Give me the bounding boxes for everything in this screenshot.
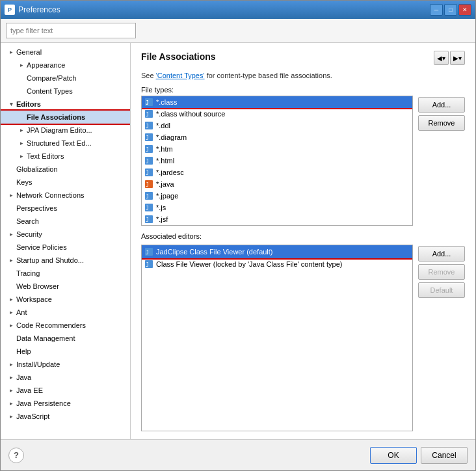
sidebar-item-label: Compare/Patch bbox=[27, 74, 76, 82]
cancel-button[interactable]: Cancel bbox=[421, 447, 468, 464]
svg-text:J: J bbox=[146, 124, 149, 129]
table-row[interactable]: J *.jardesc bbox=[142, 167, 412, 178]
arrow-icon: ▸ bbox=[6, 190, 16, 200]
default-editor-button[interactable]: Default bbox=[418, 282, 465, 298]
svg-text:J: J bbox=[146, 250, 149, 256]
table-row[interactable]: J *.html bbox=[142, 155, 412, 167]
file-type-icon: J bbox=[144, 98, 153, 107]
file-type-icon: J bbox=[144, 215, 153, 224]
file-type-name: *.java bbox=[156, 180, 174, 188]
sidebar-item-label: Tracing bbox=[16, 269, 40, 277]
main-content: ▸ General ▸ Appearance Compare/Patch Con… bbox=[1, 43, 475, 439]
arrow-icon: ▸ bbox=[6, 411, 16, 422]
sidebar-item-help[interactable]: Help bbox=[1, 345, 130, 358]
ok-button[interactable]: OK bbox=[370, 447, 417, 464]
arrow-icon bbox=[6, 242, 16, 252]
forward-button[interactable]: ▶▾ bbox=[450, 51, 465, 65]
sidebar-item-label: Keys bbox=[16, 178, 32, 186]
minimize-button[interactable]: ─ bbox=[430, 4, 443, 16]
sidebar-item-startup-shutdown[interactable]: ▸ Startup and Shutdo... bbox=[1, 254, 130, 267]
associated-editors-list[interactable]: J JadClipse Class File Viewer (default) … bbox=[141, 245, 413, 431]
sidebar-item-workspace[interactable]: ▸ Workspace bbox=[1, 293, 130, 306]
file-type-name: *.jsf bbox=[156, 215, 168, 223]
arrow-icon: ▸ bbox=[6, 320, 16, 330]
table-row[interactable]: J *.ddl bbox=[142, 120, 412, 131]
table-row[interactable]: J *.jsf bbox=[142, 213, 412, 225]
close-button[interactable]: ✕ bbox=[458, 4, 471, 16]
sidebar-item-content-types[interactable]: Content Types bbox=[1, 85, 130, 98]
table-row[interactable]: J *.java bbox=[142, 178, 412, 190]
arrow-icon: ▸ bbox=[6, 372, 16, 383]
sidebar-item-web-browser[interactable]: Web Browser bbox=[1, 280, 130, 293]
file-type-icon: J bbox=[144, 133, 153, 142]
table-row[interactable]: J *.js bbox=[142, 202, 412, 213]
sidebar-item-perspectives[interactable]: Perspectives bbox=[1, 202, 130, 215]
panel-description: See 'Content Types' for content-type bas… bbox=[141, 72, 465, 79]
sidebar-item-code-recommenders[interactable]: ▸ Code Recommenders bbox=[1, 319, 130, 332]
assoc-area: J JadClipse Class File Viewer (default) … bbox=[141, 245, 465, 431]
file-type-name: *.jpage bbox=[156, 192, 178, 200]
sidebar: ▸ General ▸ Appearance Compare/Patch Con… bbox=[1, 43, 131, 439]
content-header: File Associations ◀▾ ▶▾ bbox=[141, 51, 465, 65]
sidebar-item-java-ee[interactable]: ▸ Java EE bbox=[1, 384, 130, 397]
arrow-icon: ▸ bbox=[6, 307, 16, 317]
table-row[interactable]: J JadClipse Class File Viewer (default) bbox=[142, 245, 412, 258]
file-type-name: *.class bbox=[156, 98, 177, 106]
preferences-window: P Preferences ─ □ ✕ ▸ General ▸ App bbox=[0, 0, 476, 471]
table-row[interactable]: J *.diagram bbox=[142, 131, 412, 143]
table-row[interactable]: J *.htm bbox=[142, 143, 412, 155]
sidebar-item-file-associations[interactable]: File Associations bbox=[1, 111, 130, 124]
sidebar-item-appearance[interactable]: ▸ Appearance bbox=[1, 59, 130, 72]
arrow-icon bbox=[6, 216, 16, 226]
associated-editors-label: Associated editors: bbox=[141, 232, 465, 240]
sidebar-item-label: Text Editors bbox=[27, 152, 64, 160]
sidebar-item-globalization[interactable]: Globalization bbox=[1, 163, 130, 176]
file-type-icon: J bbox=[144, 180, 153, 189]
sidebar-item-keys[interactable]: Keys bbox=[1, 176, 130, 189]
sidebar-item-label: Install/Update bbox=[16, 360, 60, 368]
table-row[interactable]: J *.class bbox=[142, 96, 412, 108]
file-types-list[interactable]: J *.class J *.class without source bbox=[141, 96, 413, 226]
add-editor-button[interactable]: Add... bbox=[418, 246, 465, 262]
arrow-icon: ▸ bbox=[6, 385, 16, 396]
sidebar-item-structured-text[interactable]: ▸ Structured Text Ed... bbox=[1, 137, 130, 150]
back-button[interactable]: ◀▾ bbox=[434, 51, 449, 65]
content-types-link[interactable]: 'Content Types' bbox=[156, 72, 205, 79]
arrow-icon bbox=[6, 164, 16, 174]
file-type-name: *.html bbox=[156, 157, 174, 165]
sidebar-item-java[interactable]: ▸ Java bbox=[1, 371, 130, 384]
sidebar-item-data-management[interactable]: Data Management bbox=[1, 332, 130, 345]
search-input[interactable] bbox=[6, 23, 136, 38]
table-row[interactable]: J *.class without source bbox=[142, 108, 412, 120]
sidebar-item-editors[interactable]: ▾ Editors bbox=[1, 98, 130, 111]
remove-editor-button[interactable]: Remove bbox=[418, 264, 465, 280]
table-row[interactable]: J Class File Viewer (locked by 'Java Cla… bbox=[142, 258, 412, 270]
desc-pre: See bbox=[141, 72, 156, 79]
sidebar-item-network-connections[interactable]: ▸ Network Connections bbox=[1, 189, 130, 202]
svg-text:J: J bbox=[146, 112, 149, 118]
sidebar-item-java-persistence[interactable]: ▸ Java Persistence bbox=[1, 397, 130, 410]
sidebar-item-search[interactable]: Search bbox=[1, 215, 130, 228]
remove-file-type-button[interactable]: Remove bbox=[418, 115, 465, 131]
sidebar-item-jpa-diagram[interactable]: ▸ JPA Diagram Edito... bbox=[1, 124, 130, 137]
maximize-button[interactable]: □ bbox=[444, 4, 457, 16]
arrow-icon bbox=[16, 86, 27, 96]
add-file-type-button[interactable]: Add... bbox=[418, 97, 465, 113]
sidebar-item-label: JavaScript bbox=[16, 412, 49, 420]
sidebar-item-tracing[interactable]: Tracing bbox=[1, 267, 130, 280]
sidebar-item-ant[interactable]: ▸ Ant bbox=[1, 306, 130, 319]
file-type-icon: J bbox=[144, 109, 153, 118]
sidebar-item-label: Web Browser bbox=[16, 282, 59, 290]
arrow-icon: ▸ bbox=[16, 60, 27, 70]
sidebar-item-javascript[interactable]: ▸ JavaScript bbox=[1, 410, 130, 423]
sidebar-item-service-policies[interactable]: Service Policies bbox=[1, 241, 130, 254]
sidebar-item-install-update[interactable]: ▸ Install/Update bbox=[1, 358, 130, 371]
sidebar-item-security[interactable]: ▸ Security bbox=[1, 228, 130, 241]
arrow-icon bbox=[6, 281, 16, 291]
help-button[interactable]: ? bbox=[8, 448, 24, 463]
svg-text:J: J bbox=[146, 217, 149, 223]
sidebar-item-compare-patch[interactable]: Compare/Patch bbox=[1, 72, 130, 85]
sidebar-item-text-editors[interactable]: ▸ Text Editors bbox=[1, 150, 130, 163]
sidebar-item-general[interactable]: ▸ General bbox=[1, 46, 130, 59]
table-row[interactable]: J *.jpage bbox=[142, 190, 412, 202]
